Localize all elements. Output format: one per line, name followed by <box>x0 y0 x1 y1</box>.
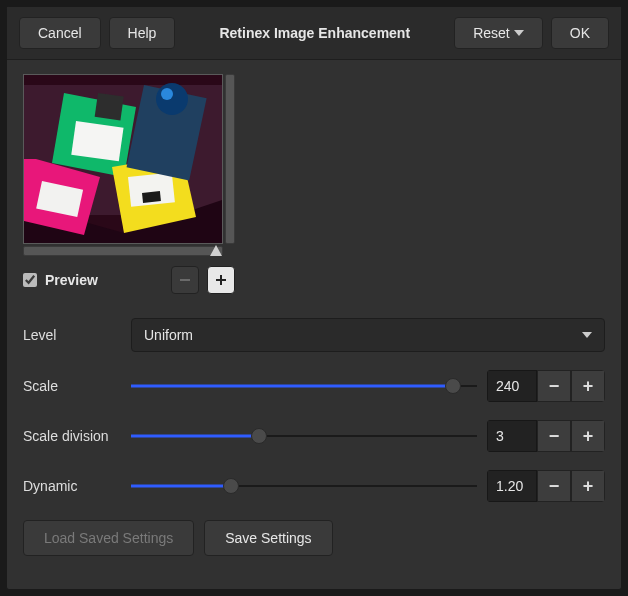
chevron-down-icon <box>582 332 592 338</box>
preview-checkbox[interactable] <box>23 273 37 287</box>
scale-division-spinbox: 3 − + <box>487 420 605 452</box>
footer-buttons: Load Saved Settings Save Settings <box>23 520 605 556</box>
resize-grip-icon[interactable] <box>210 245 222 256</box>
dynamic-increment-button[interactable]: + <box>571 470 605 502</box>
dialog-content: Preview Level Uniform <box>7 60 621 589</box>
reset-button[interactable]: Reset <box>454 17 543 49</box>
scale-division-value[interactable]: 3 <box>487 420 537 452</box>
reset-label: Reset <box>473 25 510 41</box>
zoom-out-button[interactable] <box>171 266 199 294</box>
dynamic-value[interactable]: 1.20 <box>487 470 537 502</box>
svg-rect-4 <box>71 121 123 161</box>
level-label: Level <box>23 327 121 343</box>
preview-image[interactable] <box>23 74 223 244</box>
help-button[interactable]: Help <box>109 17 176 49</box>
horizontal-scrollbar[interactable] <box>23 246 223 256</box>
dynamic-spinbox: 1.20 − + <box>487 470 605 502</box>
dynamic-row: Dynamic 1.20 − + <box>23 470 605 502</box>
scale-spinbox: 240 − + <box>487 370 605 402</box>
preview-controls: Preview <box>23 266 235 294</box>
scale-division-decrement-button[interactable]: − <box>537 420 571 452</box>
scale-value[interactable]: 240 <box>487 370 537 402</box>
preview-viewport <box>23 74 241 244</box>
titlebar: Cancel Help Retinex Image Enhancement Re… <box>7 7 621 60</box>
svg-rect-14 <box>180 279 190 281</box>
scale-division-slider[interactable] <box>131 426 477 446</box>
dynamic-label: Dynamic <box>23 478 121 494</box>
cancel-button[interactable]: Cancel <box>19 17 101 49</box>
svg-rect-16 <box>220 275 222 285</box>
load-saved-settings-button[interactable]: Load Saved Settings <box>23 520 194 556</box>
retinex-dialog: Cancel Help Retinex Image Enhancement Re… <box>6 6 622 590</box>
scale-row: Scale 240 − + <box>23 370 605 402</box>
scale-increment-button[interactable]: + <box>571 370 605 402</box>
preview-area: Preview <box>23 74 241 294</box>
dynamic-decrement-button[interactable]: − <box>537 470 571 502</box>
preview-checkbox-label: Preview <box>45 272 163 288</box>
save-settings-button[interactable]: Save Settings <box>204 520 332 556</box>
vertical-scrollbar[interactable] <box>225 74 235 244</box>
scale-division-increment-button[interactable]: + <box>571 420 605 452</box>
scale-label: Scale <box>23 378 121 394</box>
svg-point-13 <box>161 88 173 100</box>
scale-slider[interactable] <box>131 376 477 396</box>
dynamic-slider[interactable] <box>131 476 477 496</box>
zoom-in-button[interactable] <box>207 266 235 294</box>
scale-division-label: Scale division <box>23 428 121 444</box>
dialog-title: Retinex Image Enhancement <box>183 25 446 41</box>
scale-decrement-button[interactable]: − <box>537 370 571 402</box>
chevron-down-icon <box>514 30 524 36</box>
svg-rect-5 <box>95 93 124 120</box>
scale-division-row: Scale division 3 − + <box>23 420 605 452</box>
ok-button[interactable]: OK <box>551 17 609 49</box>
svg-rect-10 <box>142 191 161 203</box>
level-select[interactable]: Uniform <box>131 318 605 352</box>
controls: Level Uniform Scale 240 − <box>23 318 605 556</box>
level-value: Uniform <box>144 327 193 343</box>
level-row: Level Uniform <box>23 318 605 352</box>
svg-point-12 <box>156 83 188 115</box>
